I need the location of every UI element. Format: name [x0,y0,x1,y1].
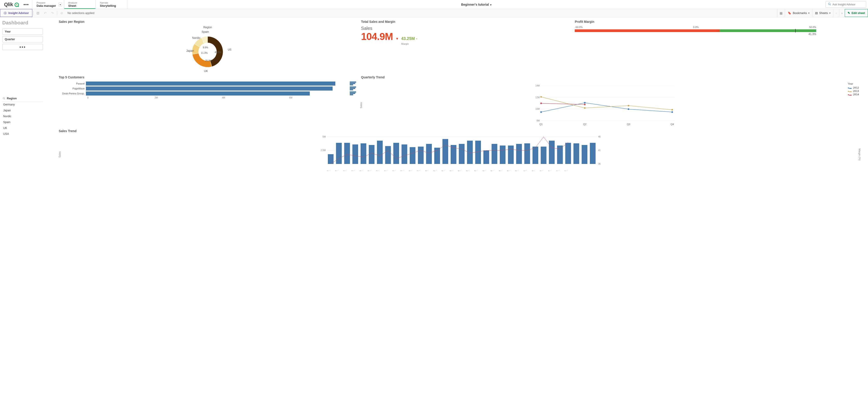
svg-text:2013-…: 2013-… [446,168,454,171]
chevron-down-icon[interactable]: ▾ [59,2,62,6]
svg-text:2012-…: 2012-… [414,168,421,171]
bar-row[interactable]: Paracel5.69M [59,81,356,86]
y-axis-label: Sales [360,102,363,108]
sheets-button[interactable]: ▤ Sheets▾ [812,9,833,17]
svg-text:2012-…: 2012-… [398,168,405,171]
search-field[interactable] [833,3,864,6]
svg-text:2.5M: 2.5M [320,149,326,152]
svg-text:Nordic: Nordic [192,36,200,39]
svg-text:11.3%: 11.3% [201,52,208,54]
svg-text:2014-…: 2014-… [528,168,536,171]
line-chart[interactable]: Sales 8M10M12M14MQ1Q2Q3Q4 [361,81,848,127]
region-item[interactable]: USA [2,131,43,137]
nav-tab-prepare[interactable]: Prepare Data manager ▾ [32,0,64,9]
svg-point-35 [628,105,629,106]
panel-profit-margin[interactable]: Profit Margin -50.0% 0.0% 50.0% 41.3% [575,20,816,73]
svg-text:2012-…: 2012-… [332,168,339,171]
svg-text:2012-…: 2012-… [365,168,372,171]
svg-text:5M: 5M [323,135,326,138]
filter-year[interactable]: Year [2,29,43,35]
region-item[interactable]: Japan [2,107,43,113]
gauge-needle [795,29,796,33]
svg-rect-71 [532,146,538,164]
svg-rect-65 [484,150,489,164]
legend-title: Year [848,82,864,86]
dash-icon: - [416,36,417,41]
svg-rect-49 [352,144,358,164]
svg-rect-51 [369,145,374,164]
panel-quarterly-trend[interactable]: Quarterly Trend Sales 8M10M12M14MQ1Q2Q3Q… [361,75,864,127]
next-sheet-button[interactable]: › [839,9,845,17]
svg-point-38 [584,104,586,105]
prev-sheet-button[interactable]: ‹ [833,9,839,17]
region-search[interactable]: Region [2,95,43,102]
more-menu-button[interactable]: ●●● [22,2,31,7]
svg-line-4 [830,4,831,5]
svg-text:14M: 14M [535,85,539,87]
bookmarks-button[interactable]: 🔖 Bookmarks▾ [785,9,812,17]
step-back-icon[interactable]: ↶ [41,9,49,17]
svg-rect-72 [540,146,546,164]
svg-text:41: 41 [598,149,601,152]
svg-line-7 [4,99,5,99]
region-item[interactable]: Germany [2,102,43,107]
combo-chart[interactable]: Sales Margin (%) 2.5M5M3641462012-…2012-… [59,135,864,171]
panel-title: Quarterly Trend [361,75,848,79]
svg-text:2013-…: 2013-… [422,168,429,171]
panel-top5-customers[interactable]: Top 5 Customers Paracel5.69MPageWave5.63… [59,75,356,127]
insight-search-input[interactable] [826,1,866,8]
svg-rect-64 [475,141,481,164]
svg-rect-52 [377,141,382,164]
svg-text:Spain: Spain [202,31,209,34]
filter-quarter[interactable]: Quarter [2,36,43,42]
sheets-icon: ▤ [815,11,818,15]
region-item[interactable]: Nordic [2,113,43,119]
legend-title: Region [203,26,212,29]
nav-tab-analyze[interactable]: Analyze Sheet [64,0,96,9]
svg-text:9.9%: 9.9% [203,46,208,49]
nav-tab-narrate[interactable]: Narrate Storytelling [96,0,127,9]
insight-advisor-button[interactable]: Insight Advisor [0,9,32,17]
svg-point-36 [671,109,673,110]
svg-text:UK: UK [204,70,208,73]
svg-text:2014-…: 2014-… [520,168,527,171]
svg-point-29 [540,111,542,113]
nav-tab-category: Narrate [100,1,123,4]
svg-rect-67 [500,145,505,164]
smart-search-icon[interactable]: ⊡ [34,9,41,17]
svg-rect-54 [394,143,399,164]
toolbar: Insight Advisor ⊡ ↶ ↷ ⊘ No selections ap… [0,9,868,17]
donut-chart[interactable]: USA45.5%UK26.9%Japan11.3%Nordic9.9%Spain… [59,26,356,73]
bar-row[interactable]: Deak-Perera Group.5.11M [59,91,356,96]
nav-tab-name: Data manager [37,4,60,7]
sheet-title: Dashboard [2,20,43,26]
region-item[interactable]: UK [2,125,43,131]
panel-sales-trend[interactable]: Sales Trend Sales Margin (%) 2.5M5M36414… [59,129,864,171]
svg-text:2013-…: 2013-… [455,168,462,171]
svg-text:Q2: Q2 [583,123,587,126]
svg-rect-73 [549,141,555,164]
bookmark-icon: 🔖 [788,11,792,15]
clear-selections-icon[interactable]: ⊘ [58,9,65,17]
svg-text:Q4: Q4 [671,123,674,126]
panel-sales-per-region[interactable]: Sales per Region USA45.5%UK26.9%Japan11.… [59,20,356,73]
svg-text:2013-…: 2013-… [496,168,503,171]
panel-title: Top 5 Customers [59,75,356,79]
app-title[interactable]: Beginner's tutorial▾ [127,3,826,6]
svg-rect-63 [467,141,473,164]
bar-row[interactable]: PageWave5.63M [59,86,356,91]
step-forward-icon[interactable]: ↷ [49,9,56,17]
region-item[interactable]: Spain [2,119,43,125]
panel-total-sales-margin[interactable]: Total Sales and Margin Sales 104.9M ▾ 43… [361,20,570,73]
svg-point-31 [628,108,629,110]
legend-item[interactable]: ●▬2013 [848,90,864,93]
svg-rect-50 [361,143,366,164]
edit-sheet-button[interactable]: ✎ Edit sheet [845,9,868,17]
no-selections-text: No selections applied [65,11,97,15]
grid-icon[interactable]: ▦ [777,9,785,17]
filter-more[interactable]: ●●● [2,44,43,50]
legend-item[interactable]: ●▬2014 [848,93,864,96]
svg-rect-70 [524,143,530,164]
svg-rect-62 [459,144,464,164]
legend-item[interactable]: ●▬2012 [848,86,864,89]
